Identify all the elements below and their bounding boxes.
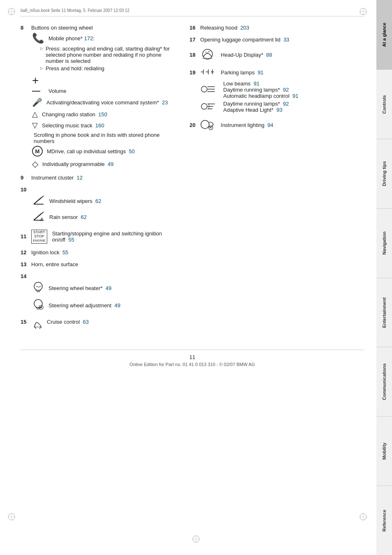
item-17-number: 17 bbox=[189, 37, 198, 43]
auto-label: Automatic headlamp control 91 bbox=[223, 93, 298, 99]
plus-icon: + bbox=[32, 75, 39, 86]
item-15-label: Cruise control 63 bbox=[47, 319, 89, 325]
svg-point-27 bbox=[203, 49, 212, 59]
tab-navigation[interactable]: Navigation bbox=[376, 208, 392, 278]
col-left: 8 Buttons on steering wheel 📞 Mobile pho… bbox=[21, 25, 185, 337]
col-right: 16 Releasing hood 203 17 Opening luggage… bbox=[185, 25, 364, 337]
svg-point-18 bbox=[34, 282, 42, 290]
minus-icon bbox=[32, 91, 40, 92]
low-beam-icon bbox=[201, 85, 216, 95]
header-line: ba8_m5us.book Seite 11 Montag, 5. Februa… bbox=[21, 8, 364, 16]
item-10: 10 Windshield wipers 62 bbox=[21, 187, 177, 224]
item-19-number: 19 bbox=[189, 69, 198, 76]
item-11: 11 STARTSTOPENGINE Starting/stopping eng… bbox=[21, 230, 177, 244]
volume-label: Volume bbox=[48, 88, 66, 94]
svg-text:A: A bbox=[40, 217, 43, 222]
music-label: Selecting music track 160 bbox=[42, 122, 104, 129]
instrument-lighting-icon bbox=[200, 119, 215, 131]
item-19: 19 Parking lamps 91 bbox=[189, 67, 364, 113]
adaptive-label: Adaptive Head Light* 93 bbox=[223, 107, 289, 113]
rain-icon: A bbox=[32, 210, 45, 224]
diamond-icon: ◇ bbox=[32, 159, 38, 169]
page-number: 11 bbox=[21, 354, 364, 360]
item-20-label: Instrument lighting 94 bbox=[221, 122, 273, 128]
tab-controls[interactable]: Controls bbox=[376, 69, 392, 139]
rain-label: Rain sensor 62 bbox=[49, 214, 87, 220]
item-20-number: 20 bbox=[189, 122, 198, 128]
heater-label: Steering wheel heater* 49 bbox=[48, 285, 111, 291]
daytime-label: Daytime running lamps* 92 bbox=[223, 87, 298, 93]
footer: 11 Online Edition for Part no. 01 41 0 0… bbox=[21, 350, 364, 367]
phone-icon: 📞 bbox=[32, 32, 44, 44]
tab-at-a-glance[interactable]: At a glance bbox=[376, 0, 392, 69]
wiper-label: Windshield wipers 62 bbox=[49, 198, 101, 204]
item-12-number: 12 bbox=[21, 249, 29, 256]
start-stop-icon: STARTSTOPENGINE bbox=[31, 230, 47, 244]
item-9-title: Instrument cluster 12 bbox=[31, 175, 83, 181]
parking-icon bbox=[200, 67, 215, 78]
item-18: 18 Head-Up Display* 88 bbox=[189, 48, 364, 61]
tab-reference[interactable]: Reference bbox=[376, 486, 392, 555]
item-20: 20 Instrument lighting 94 bbox=[189, 119, 364, 131]
music-arrow-icon: ▽ bbox=[32, 121, 38, 130]
mdrive-icon: M bbox=[32, 146, 43, 157]
prog-label: Individually programmable 49 bbox=[42, 161, 113, 167]
tab-mobility[interactable]: Mobility bbox=[376, 416, 392, 486]
corner-mark-br bbox=[359, 513, 367, 522]
phone-star: * bbox=[81, 35, 83, 41]
heater-icon bbox=[32, 281, 44, 296]
mdrive-label: MDrive, call up individual settings 50 bbox=[47, 148, 135, 154]
phone-label: Mobile phone* 172: bbox=[48, 35, 95, 41]
item-18-number: 18 bbox=[189, 52, 198, 58]
corner-mark-bl bbox=[7, 513, 16, 522]
sub-item-phone-1: ▷ Press: accepting and ending call, star… bbox=[40, 46, 177, 64]
bullet-1: ▷ bbox=[40, 46, 43, 51]
item-12: 12 Ignition lock 55 bbox=[21, 249, 177, 256]
item-16-label: Releasing hood 203 bbox=[200, 25, 249, 31]
item-18-label: Head-Up Display* 88 bbox=[221, 52, 272, 58]
item-13-number: 13 bbox=[21, 261, 29, 267]
item-11-label: Starting/stopping engine and switching i… bbox=[52, 230, 178, 243]
item-17: 17 Opening luggage compartment lid 33 bbox=[189, 37, 364, 43]
item-8: 8 Buttons on steering wheel 📞 Mobile pho… bbox=[21, 25, 177, 169]
item-19-parking-label: Parking lamps 91 bbox=[221, 69, 263, 76]
wiper-icon bbox=[32, 194, 45, 208]
item-11-number: 11 bbox=[21, 233, 29, 240]
item-13-label: Horn, entire surface bbox=[31, 261, 78, 267]
tab-communications[interactable]: Communications bbox=[376, 347, 392, 416]
corner-mark-bottom bbox=[192, 535, 200, 544]
item-14-number: 14 bbox=[21, 273, 29, 279]
item-15: 15 Cruise control 63 bbox=[21, 319, 177, 332]
item-9: 9 Instrument cluster 12 bbox=[21, 175, 177, 181]
voice-label: Activating/deactivating voice command sy… bbox=[46, 99, 168, 106]
main-content: ba8_m5us.book Seite 11 Montag, 5. Februa… bbox=[0, 0, 376, 383]
daytime2-label: Daytime running lamps* 92 bbox=[223, 101, 289, 107]
svg-point-39 bbox=[201, 104, 207, 109]
sub-item-phone-2: ▷ Press and hold: redialing bbox=[40, 65, 177, 71]
item-8-number: 8 bbox=[21, 25, 29, 31]
svg-point-40 bbox=[201, 120, 209, 129]
item-13: 13 Horn, entire surface bbox=[21, 261, 177, 267]
item-9-number: 9 bbox=[21, 175, 29, 181]
sidebar-tabs: At a glance Controls Driving tips Naviga… bbox=[376, 0, 392, 555]
item-14: 14 Steering wheel heater* 49 bbox=[21, 273, 177, 313]
scroll-label: Scrolling in phone book and in lists wit… bbox=[34, 132, 177, 144]
up-arrow-icon: △ bbox=[32, 110, 38, 119]
adjust-label: Steering wheel adjustment 49 bbox=[48, 302, 120, 309]
item-16: 16 Releasing hood 203 bbox=[189, 25, 364, 31]
item-8-title: Buttons on steering wheel bbox=[31, 25, 93, 31]
bullet-2: ▷ bbox=[40, 66, 43, 70]
adaptive-icon bbox=[201, 102, 216, 112]
content-columns: 8 Buttons on steering wheel 📞 Mobile pho… bbox=[21, 25, 364, 337]
hud-icon bbox=[200, 48, 215, 61]
phone-page: 172 bbox=[84, 35, 93, 41]
tab-driving-tips[interactable]: Driving tips bbox=[376, 139, 392, 208]
online-edition: Online Edition for Part no. 01 41 0 013 … bbox=[21, 362, 364, 367]
item-16-number: 16 bbox=[189, 25, 198, 31]
low-beam-label: Low beams 91 bbox=[223, 81, 298, 87]
svg-point-25 bbox=[40, 306, 42, 308]
svg-point-35 bbox=[201, 86, 207, 92]
adjust-icon bbox=[32, 298, 44, 313]
item-12-label: Ignition lock 55 bbox=[31, 249, 68, 256]
tab-entertainment[interactable]: Entertainment bbox=[376, 278, 392, 347]
